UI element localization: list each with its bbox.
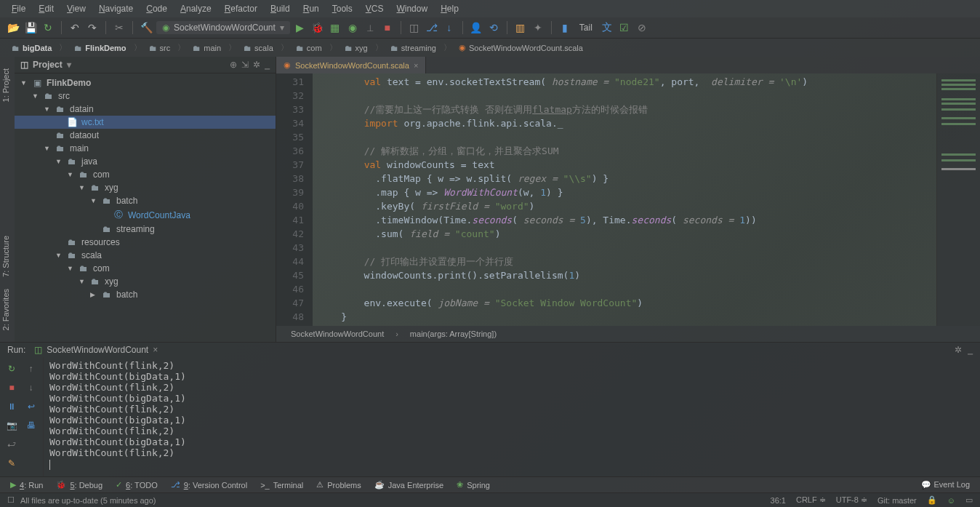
settings-icon[interactable]: ✲ (253, 60, 260, 70)
breadcrumb-scala[interactable]: 🖿 scala (239, 42, 278, 54)
breadcrumb-bigData[interactable]: 🖿 bigData (7, 42, 56, 54)
stop-run-icon[interactable]: ■ (4, 380, 19, 395)
tool-tab-run[interactable]: ▶4: Run (10, 480, 43, 490)
menu-window[interactable]: Window (390, 1, 433, 16)
breadcrumb-src[interactable]: 🖿 src (145, 42, 175, 54)
db-icon[interactable]: ▥ (513, 20, 528, 35)
tool-tab-debug[interactable]: 🐞5: Debug (56, 480, 103, 490)
disable-icon[interactable]: ⊘ (635, 20, 649, 35)
tree-node-xyg[interactable]: ▼🖿xyg (15, 275, 276, 288)
memory-icon[interactable]: ▭ (965, 495, 973, 505)
down-icon[interactable]: ↓ (24, 380, 39, 395)
run-config-selector[interactable]: ◉ SocketWindowWordCount ▾ (156, 21, 290, 34)
project-tool-tab[interactable]: 1: Project (0, 63, 12, 108)
menu-file[interactable]: File (6, 1, 31, 16)
minimap[interactable] (936, 73, 980, 326)
inspection-icon[interactable]: ☺ (947, 496, 955, 505)
tree-node-com[interactable]: ▼🖿com (15, 168, 276, 181)
bookmark-icon[interactable]: ▮ (558, 20, 572, 35)
tree-node-src[interactable]: ▼🖿src (15, 89, 276, 103)
tree-node-scala[interactable]: ▼🖿scala (15, 249, 276, 262)
breadcrumb-SocketWindowWordCount.scala[interactable]: ◉ SocketWindowWordCount.scala (454, 41, 587, 54)
profile-icon[interactable]: ◉ (345, 20, 360, 35)
up-icon[interactable]: ↑ (24, 362, 39, 376)
tree-node-WordCountJava[interactable]: ⒸWordCountJava (15, 207, 276, 223)
menu-edit[interactable]: Edit (33, 1, 60, 16)
cut-icon[interactable]: ✂ (112, 20, 126, 35)
run-console[interactable]: WordWithCount(flink,2) WordWithCount(big… (44, 357, 980, 476)
translate-icon[interactable]: 文 (600, 20, 614, 35)
menu-refactor[interactable]: Refactor (219, 1, 263, 16)
project-tree[interactable]: ▼▣FlinkDemo▼🖿src▼🖿datain📄wc.txt🖿dataout▼… (15, 73, 276, 342)
breadcrumb-main[interactable]: 🖿 main (188, 42, 225, 54)
tree-node-com[interactable]: ▼🖿com (15, 262, 276, 275)
camera-icon[interactable]: 📷 (4, 418, 19, 433)
tool-tab-versioncontrol[interactable]: ⎇9: Version Control (171, 480, 247, 490)
tool-icon[interactable]: ✦ (531, 20, 545, 35)
breadcrumb-class[interactable]: SocketWindowWordCount (291, 330, 384, 338)
menu-navigate[interactable]: Navigate (93, 1, 139, 16)
target-icon[interactable]: ⊕ (230, 60, 237, 70)
branch-icon[interactable]: ⎇ (425, 20, 439, 35)
hide-icon[interactable]: ⎯ (265, 60, 270, 70)
breadcrumb-streaming[interactable]: 🖿 streaming (386, 42, 441, 54)
tool-tab-spring[interactable]: ❀Spring (457, 480, 490, 490)
close-icon[interactable]: × (153, 345, 158, 355)
tree-node-FlinkDemo[interactable]: ▼▣FlinkDemo (15, 76, 276, 89)
menu-vcs[interactable]: VCS (360, 1, 390, 16)
menu-code[interactable]: Code (140, 1, 173, 16)
tool-tab-javaenterprise[interactable]: ☕Java Enterprise (374, 480, 443, 490)
save-all-icon[interactable]: 💾 (23, 20, 38, 35)
tree-node-datain[interactable]: ▼🖿datain (15, 103, 276, 116)
update-icon[interactable]: ↓ (442, 20, 457, 35)
open-icon[interactable]: 📂 (6, 20, 20, 35)
back-nav-icon[interactable]: ⟲ (486, 20, 501, 35)
editor-tab[interactable]: ◉ SocketWindowWordCount.scala × (276, 57, 426, 73)
exit-icon[interactable]: ⮐ (4, 437, 19, 452)
tree-node-java[interactable]: ▼🖿java (15, 155, 276, 168)
rerun-icon[interactable]: ↻ (4, 362, 19, 376)
layout-icon[interactable]: ◫ (407, 20, 422, 35)
edit-icon[interactable]: ✎ (4, 456, 19, 471)
tail-label[interactable]: Tail (575, 23, 597, 33)
code-editor[interactable]: val text = env.socketTextStream( hostnam… (313, 73, 936, 326)
run-icon[interactable]: ▶ (293, 20, 308, 35)
tree-node-batch[interactable]: ▶🖿batch (15, 288, 276, 301)
check-icon[interactable]: ☑ (617, 20, 632, 35)
tree-node-xyg[interactable]: ▼🖿xyg (15, 181, 276, 194)
stop-icon[interactable]: ■ (380, 20, 395, 35)
hammer-icon[interactable]: 🔨 (139, 20, 153, 35)
redo-icon[interactable]: ↷ (85, 20, 100, 35)
tree-node-wc.txt[interactable]: 📄wc.txt (15, 116, 276, 129)
attach-icon[interactable]: ⟂ (363, 20, 377, 35)
encoding[interactable]: UTF-8 ≑ (836, 495, 867, 505)
menu-help[interactable]: Help (435, 1, 465, 16)
menu-tools[interactable]: Tools (326, 1, 358, 16)
tree-node-dataout[interactable]: 🖿dataout (15, 129, 276, 142)
breadcrumb-com[interactable]: 🖿 com (292, 42, 326, 54)
close-tab-icon[interactable]: × (414, 61, 418, 70)
menu-build[interactable]: Build (265, 1, 296, 16)
tool-tab-terminal[interactable]: >_Terminal (260, 481, 303, 490)
undo-icon[interactable]: ↶ (68, 20, 82, 35)
menu-view[interactable]: View (61, 1, 92, 16)
gear-icon[interactable]: ✲ (955, 345, 962, 355)
wrap-icon[interactable]: ↩ (24, 399, 39, 414)
debug-icon[interactable]: 🐞 (310, 20, 325, 35)
sync-icon[interactable]: ↻ (41, 20, 55, 35)
menu-analyze[interactable]: Analyze (174, 1, 217, 16)
caret-pos[interactable]: 36:1 (771, 496, 786, 505)
menu-run[interactable]: Run (297, 1, 325, 16)
minimize-icon[interactable]: ⎯ (968, 345, 973, 355)
coverage-icon[interactable]: ▦ (328, 20, 342, 35)
pause-icon[interactable]: ⏸ (4, 399, 19, 414)
structure-tool-tab[interactable]: 7: Structure (0, 230, 12, 283)
breadcrumb-FlinkDemo[interactable]: 🖿 FlinkDemo (70, 42, 130, 54)
tree-node-main[interactable]: ▼🖿main (15, 142, 276, 155)
expand-icon[interactable]: ⇲ (241, 60, 249, 70)
breadcrumb-xyg[interactable]: 🖿 xyg (340, 42, 372, 54)
tree-node-batch[interactable]: ▼🖿batch (15, 194, 276, 207)
print-icon[interactable]: 🖶 (24, 418, 39, 433)
tree-node-streaming[interactable]: 🖿streaming (15, 223, 276, 236)
event-log-tab[interactable]: 💬 Event Log (921, 480, 970, 490)
